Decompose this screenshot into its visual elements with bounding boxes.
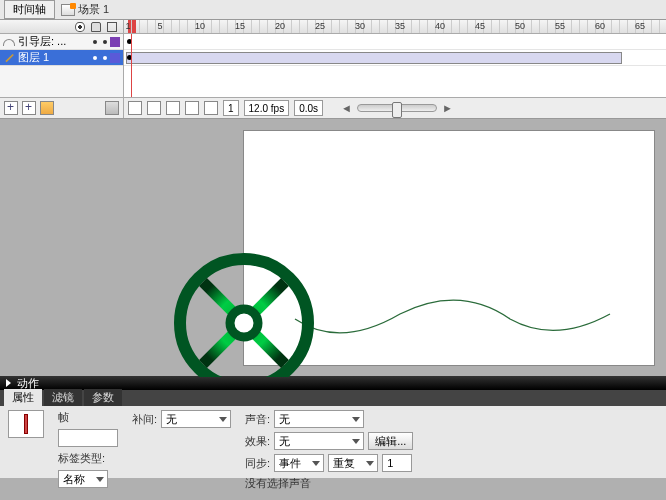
repeat-select[interactable]: 重复 <box>328 454 378 472</box>
add-layer-button[interactable] <box>4 101 18 115</box>
edit-multiple-button[interactable] <box>185 101 199 115</box>
delete-layer-button[interactable] <box>105 101 119 115</box>
guide-layer-icon <box>3 36 15 48</box>
repeat-count-input[interactable] <box>382 454 412 472</box>
tween-label: 补间: <box>132 412 157 427</box>
property-tabs: 属性 滤镜 参数 <box>0 390 666 406</box>
tab-filters[interactable]: 滤镜 <box>44 389 82 406</box>
add-folder-button[interactable] <box>40 101 54 115</box>
onion-outline-button[interactable] <box>166 101 180 115</box>
frames-panel[interactable] <box>124 34 666 97</box>
frame-ruler[interactable]: 1510152025303540455055606570758085909510… <box>124 20 666 33</box>
layer-color[interactable] <box>110 53 120 63</box>
effect-select[interactable]: 无 <box>274 432 364 450</box>
center-frame-button[interactable] <box>128 101 142 115</box>
elapsed-time: 0.0s <box>294 100 323 116</box>
tab-timeline[interactable]: 时间轴 <box>4 0 55 19</box>
frame-thumb <box>8 410 44 438</box>
layer-name: 图层 1 <box>18 50 90 65</box>
edit-effect-button[interactable]: 编辑... <box>368 432 413 450</box>
layer-name: 引导层: ... <box>18 34 90 49</box>
layer-icon <box>3 52 15 64</box>
label-type-select[interactable]: 名称 <box>58 470 108 488</box>
timeline-scroll[interactable] <box>357 104 437 112</box>
playhead-line <box>131 34 132 97</box>
fps-field[interactable]: 12.0 fps <box>244 100 290 116</box>
layers-panel: 引导层: ...图层 1 <box>0 34 124 97</box>
current-frame[interactable]: 1 <box>223 100 239 116</box>
layer-color[interactable] <box>110 37 120 47</box>
sync-label: 同步: <box>245 456 270 471</box>
effect-label: 效果: <box>245 434 270 449</box>
timeline-footer: 1 12.0 fps 0.0s ◄ ► <box>124 98 666 118</box>
frame-name-input[interactable] <box>58 429 118 447</box>
sound-label: 声音: <box>245 412 270 427</box>
scene-icon <box>61 4 75 16</box>
scene-label: 场景 1 <box>78 2 109 17</box>
onion-skin-button[interactable] <box>147 101 161 115</box>
layer-footer <box>0 98 124 118</box>
add-guide-button[interactable] <box>22 101 36 115</box>
actions-panel-header[interactable]: 动作 <box>0 376 666 390</box>
properties-panel: 帧 标签类型: 名称 补间: 无 声音: 无 效果: 无 编辑... 同步: 事… <box>0 406 666 478</box>
canvas <box>244 131 654 365</box>
visibility-icon[interactable] <box>75 22 85 32</box>
onion-markers-button[interactable] <box>204 101 218 115</box>
label-type-label: 标签类型: <box>58 451 105 466</box>
sync-select[interactable]: 事件 <box>274 454 324 472</box>
no-sound-label: 没有选择声音 <box>245 476 311 491</box>
layer-row[interactable]: 引导层: ... <box>0 34 123 50</box>
layer-header-icons <box>0 20 124 34</box>
tween-select[interactable]: 无 <box>161 410 231 428</box>
stage[interactable] <box>0 118 666 376</box>
expand-icon <box>6 379 11 387</box>
sound-select[interactable]: 无 <box>274 410 364 428</box>
layer-row[interactable]: 图层 1 <box>0 50 123 66</box>
frame-label: 帧 <box>58 410 69 425</box>
outline-icon[interactable] <box>107 22 117 32</box>
scene-crumb[interactable]: 场景 1 <box>61 2 109 17</box>
lock-icon[interactable] <box>91 22 101 32</box>
tab-properties[interactable]: 属性 <box>4 389 42 406</box>
tab-params[interactable]: 参数 <box>84 389 122 406</box>
